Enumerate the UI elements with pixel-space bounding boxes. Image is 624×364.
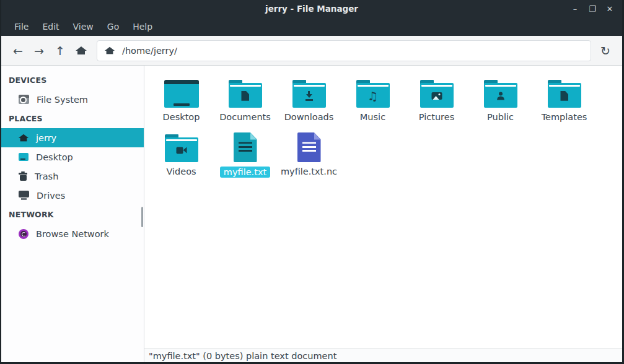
file-label: Music bbox=[360, 112, 385, 122]
home-icon bbox=[19, 134, 28, 142]
sidebar-item-label: Trash bbox=[35, 171, 58, 181]
file-label: Videos bbox=[166, 167, 196, 176]
home-button[interactable] bbox=[71, 40, 92, 61]
templates-folder-icon bbox=[548, 80, 581, 108]
file-manager-window: jerry - File Manager – ❐ ✕ File Edit Vie… bbox=[0, 0, 624, 364]
menu-edit[interactable]: Edit bbox=[35, 19, 66, 35]
file-item-desktop[interactable]: Desktop bbox=[149, 71, 213, 125]
window-controls: – ❐ ✕ bbox=[568, 2, 622, 15]
sidebar-item-drives[interactable]: Drives bbox=[1, 186, 144, 205]
nc-document-icon bbox=[297, 132, 321, 162]
menu-view[interactable]: View bbox=[66, 19, 100, 35]
filesystem-drive-icon bbox=[19, 95, 29, 104]
menu-help[interactable]: Help bbox=[126, 19, 159, 35]
maximize-button[interactable]: ❐ bbox=[585, 2, 600, 15]
reload-button[interactable]: ↻ bbox=[595, 40, 616, 61]
sidebar-header-places: PLACES bbox=[1, 109, 144, 128]
file-label: myfile.txt.nc bbox=[281, 167, 337, 176]
documents-folder-icon bbox=[229, 80, 262, 108]
sidebar-item-file-system[interactable]: File System bbox=[1, 90, 144, 109]
file-item-videos[interactable]: Videos bbox=[149, 125, 213, 180]
sidebar-header-network: NETWORK bbox=[1, 205, 144, 224]
content-area: DEVICES File System PLACES jerry Desktop… bbox=[1, 66, 622, 362]
file-label: Downloads bbox=[284, 112, 334, 122]
main-pane: Desktop Documents Downloads ♫ Music Pict… bbox=[144, 66, 622, 362]
sidebar-item-jerry[interactable]: jerry bbox=[1, 128, 144, 147]
sidebar-item-label: Drives bbox=[37, 191, 65, 201]
file-label: Desktop bbox=[163, 112, 200, 122]
sidebar-scrollbar[interactable] bbox=[141, 207, 143, 227]
file-item-documents[interactable]: Documents bbox=[213, 71, 277, 125]
drives-icon bbox=[19, 191, 29, 200]
menu-file[interactable]: File bbox=[7, 19, 35, 35]
file-item-templates[interactable]: Templates bbox=[532, 71, 596, 125]
sidebar-item-browse-network[interactable]: Browse Network bbox=[1, 224, 144, 243]
file-item-music[interactable]: ♫ Music bbox=[341, 71, 405, 125]
back-icon: ← bbox=[13, 44, 23, 58]
trash-icon bbox=[19, 171, 27, 181]
forward-icon: → bbox=[34, 44, 44, 58]
sidebar-item-label: File System bbox=[37, 95, 88, 105]
back-button[interactable]: ← bbox=[7, 40, 29, 61]
sidebar-item-label: Browse Network bbox=[36, 229, 109, 239]
file-label: Public bbox=[487, 112, 514, 122]
videos-folder-icon bbox=[165, 134, 198, 162]
file-item-public[interactable]: Public bbox=[468, 71, 532, 125]
close-button[interactable]: ✕ bbox=[602, 2, 617, 15]
titlebar: jerry - File Manager – ❐ ✕ bbox=[1, 0, 622, 17]
path-home-icon bbox=[105, 47, 114, 54]
music-folder-icon: ♫ bbox=[356, 80, 390, 108]
file-label: Documents bbox=[219, 112, 271, 122]
up-icon: ↑ bbox=[55, 44, 65, 58]
sidebar-item-label: jerry bbox=[36, 133, 56, 143]
file-item-downloads[interactable]: Downloads bbox=[277, 71, 341, 125]
pictures-folder-icon bbox=[420, 80, 454, 108]
file-item-myfile-txt[interactable]: myfile.txt bbox=[213, 125, 277, 180]
sidebar-header-devices: DEVICES bbox=[1, 71, 144, 90]
text-document-icon bbox=[234, 132, 257, 162]
forward-button[interactable]: → bbox=[29, 40, 50, 61]
sidebar-item-desktop[interactable]: Desktop bbox=[1, 147, 144, 167]
window-title: jerry - File Manager bbox=[1, 4, 622, 14]
downloads-folder-icon bbox=[292, 80, 326, 108]
statusbar: "myfile.txt" (0 bytes) plain text docume… bbox=[144, 349, 622, 362]
menubar: File Edit View Go Help bbox=[1, 17, 622, 36]
path-text: /home/jerry/ bbox=[122, 46, 177, 56]
public-folder-icon bbox=[484, 80, 517, 108]
status-text: "myfile.txt" (0 bytes) plain text docume… bbox=[149, 351, 336, 361]
file-label-selected: myfile.txt bbox=[220, 167, 270, 178]
file-grid: Desktop Documents Downloads ♫ Music Pict… bbox=[144, 66, 622, 349]
sidebar-item-trash[interactable]: Trash bbox=[1, 167, 144, 186]
file-item-pictures[interactable]: Pictures bbox=[405, 71, 468, 125]
desktop-folder-icon bbox=[164, 80, 199, 108]
toolbar: ← → ↑ /home/jerry/ ↻ bbox=[1, 36, 622, 66]
sidebar: DEVICES File System PLACES jerry Desktop… bbox=[1, 66, 144, 362]
sidebar-item-label: Desktop bbox=[36, 152, 73, 162]
up-button[interactable]: ↑ bbox=[50, 40, 71, 61]
file-label: Templates bbox=[542, 112, 587, 122]
reload-icon: ↻ bbox=[600, 44, 610, 58]
home-icon bbox=[76, 46, 86, 54]
network-globe-icon bbox=[19, 229, 29, 239]
file-label: Pictures bbox=[419, 112, 454, 122]
path-input[interactable]: /home/jerry/ bbox=[97, 40, 591, 61]
file-item-myfile-txt-nc[interactable]: myfile.txt.nc bbox=[277, 125, 341, 180]
desktop-icon bbox=[19, 153, 29, 161]
menu-go[interactable]: Go bbox=[100, 19, 126, 35]
minimize-button[interactable]: – bbox=[568, 2, 582, 15]
